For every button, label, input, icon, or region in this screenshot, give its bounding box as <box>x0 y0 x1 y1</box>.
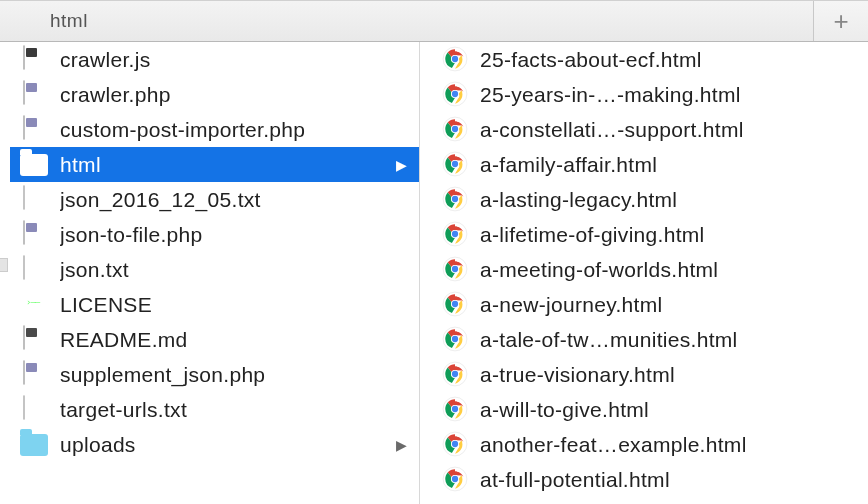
file-label: crawler.php <box>60 83 411 107</box>
file-row[interactable]: 25-years-in-…-making.html <box>420 77 868 112</box>
chrome-html-icon <box>440 466 468 494</box>
svg-point-11 <box>452 160 458 166</box>
file-row[interactable]: target-urls.txt <box>0 392 419 427</box>
svg-point-35 <box>452 440 458 446</box>
expand-arrow-icon: ▶ <box>396 157 407 173</box>
chrome-html-icon <box>440 256 468 284</box>
svg-point-5 <box>452 90 458 96</box>
column-right[interactable]: 25-facts-about-ecf.html 25-years-in-…-ma… <box>420 42 868 504</box>
chrome-html-icon <box>440 116 468 144</box>
file-label: a-new-journey.html <box>480 293 860 317</box>
chrome-html-icon <box>440 396 468 424</box>
file-row[interactable]: a-family-affair.html <box>420 147 868 182</box>
file-label: uploads <box>60 433 384 457</box>
finder-columns: crawler.jscrawler.phpcustom-post-importe… <box>0 42 868 504</box>
chrome-html-icon <box>440 46 468 74</box>
folder-icon <box>20 151 48 179</box>
chrome-html-icon <box>440 361 468 389</box>
chrome-html-icon <box>440 81 468 109</box>
file-row[interactable]: html▶ <box>0 147 419 182</box>
file-row[interactable]: crawler.js <box>0 42 419 77</box>
folder-icon <box>20 431 48 459</box>
chrome-html-icon <box>440 151 468 179</box>
txt-file-icon <box>20 396 48 424</box>
file-row[interactable]: json_2016_12_05.txt <box>0 182 419 217</box>
file-row[interactable]: crawler.php <box>0 77 419 112</box>
svg-point-38 <box>452 475 458 481</box>
file-row[interactable]: a-lasting-legacy.html <box>420 182 868 217</box>
svg-point-26 <box>452 335 458 341</box>
file-row[interactable]: a-will-to-give.html <box>420 392 868 427</box>
php-file-icon <box>20 116 48 144</box>
file-label: crawler.js <box>60 48 411 72</box>
file-row[interactable]: README.md <box>0 322 419 357</box>
svg-point-14 <box>452 195 458 201</box>
window-title: html <box>0 1 813 41</box>
file-row[interactable]: 25-facts-about-ecf.html <box>420 42 868 77</box>
svg-point-32 <box>452 405 458 411</box>
file-label: a-lasting-legacy.html <box>480 188 860 212</box>
file-row[interactable]: at-full-potential.html <box>420 462 868 497</box>
chrome-html-icon <box>440 326 468 354</box>
left-gutter <box>0 42 10 504</box>
file-row[interactable]: a-constellati…-support.html <box>420 112 868 147</box>
file-label: html <box>60 153 384 177</box>
file-label: json.txt <box>60 258 411 282</box>
file-label: a-true-visionary.html <box>480 363 860 387</box>
svg-point-20 <box>452 265 458 271</box>
svg-point-17 <box>452 230 458 236</box>
file-label: supplement_json.php <box>60 363 411 387</box>
file-row[interactable]: uploads▶ <box>0 427 419 462</box>
title-bar: html + <box>0 0 868 42</box>
file-label: json_2016_12_05.txt <box>60 188 411 212</box>
license-file-icon <box>20 291 48 319</box>
file-label: another-feat…example.html <box>480 433 860 457</box>
file-label: a-meeting-of-worlds.html <box>480 258 860 282</box>
column-left[interactable]: crawler.jscrawler.phpcustom-post-importe… <box>0 42 420 504</box>
file-row[interactable]: a-new-journey.html <box>420 287 868 322</box>
chrome-html-icon <box>440 186 468 214</box>
chrome-html-icon <box>440 431 468 459</box>
md-file-icon <box>20 326 48 354</box>
file-label: custom-post-importer.php <box>60 118 411 142</box>
php-file-icon <box>20 361 48 389</box>
file-label: a-family-affair.html <box>480 153 860 177</box>
file-row[interactable]: json.txt <box>0 252 419 287</box>
file-row[interactable]: another-feat…example.html <box>420 427 868 462</box>
expand-arrow-icon: ▶ <box>396 437 407 453</box>
svg-point-23 <box>452 300 458 306</box>
file-label: 25-years-in-…-making.html <box>480 83 860 107</box>
chrome-html-icon <box>440 291 468 319</box>
txt-file-icon <box>20 256 48 284</box>
chrome-html-icon <box>440 221 468 249</box>
file-label: a-tale-of-tw…munities.html <box>480 328 860 352</box>
file-label: 25-facts-about-ecf.html <box>480 48 860 72</box>
file-label: a-will-to-give.html <box>480 398 860 422</box>
php-file-icon <box>20 81 48 109</box>
file-label: at-full-potential.html <box>480 468 860 492</box>
js-file-icon <box>20 46 48 74</box>
file-row[interactable]: a-true-visionary.html <box>420 357 868 392</box>
svg-point-29 <box>452 370 458 376</box>
svg-point-2 <box>452 55 458 61</box>
file-row[interactable]: json-to-file.php <box>0 217 419 252</box>
file-row[interactable]: a-meeting-of-worlds.html <box>420 252 868 287</box>
file-label: LICENSE <box>60 293 411 317</box>
file-label: README.md <box>60 328 411 352</box>
php-file-icon <box>20 221 48 249</box>
file-label: a-constellati…-support.html <box>480 118 860 142</box>
file-label: json-to-file.php <box>60 223 411 247</box>
file-row[interactable]: a-tale-of-tw…munities.html <box>420 322 868 357</box>
file-row[interactable]: a-lifetime-of-giving.html <box>420 217 868 252</box>
file-row[interactable]: supplement_json.php <box>0 357 419 392</box>
svg-point-8 <box>452 125 458 131</box>
file-label: a-lifetime-of-giving.html <box>480 223 860 247</box>
txt-file-icon <box>20 186 48 214</box>
add-tab-button[interactable]: + <box>813 1 868 41</box>
file-label: target-urls.txt <box>60 398 411 422</box>
gutter-mark <box>0 258 8 272</box>
file-row[interactable]: custom-post-importer.php <box>0 112 419 147</box>
file-row[interactable]: LICENSE <box>0 287 419 322</box>
